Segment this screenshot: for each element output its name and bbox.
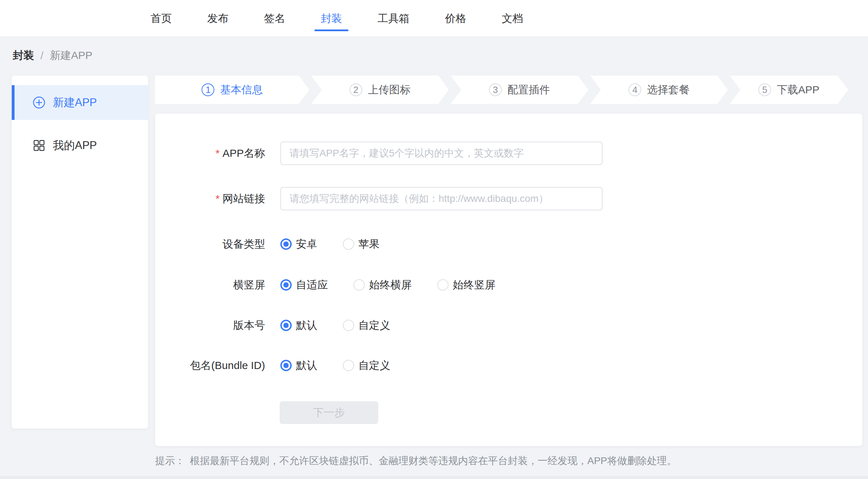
radio-option-bundle-custom[interactable]: 自定义 — [343, 358, 390, 373]
step-wizard: 1 基本信息 2 上传图标 3 配置插件 4 选择套餐 5 下载APP — [155, 76, 848, 104]
step-label: 基本信息 — [220, 83, 263, 97]
form-row-device-type: 设备类型 安卓 苹果 — [155, 236, 862, 252]
sidebar-item-my-apps[interactable]: 我的APP — [12, 128, 148, 163]
step-label: 配置插件 — [507, 83, 550, 97]
sidebar: 新建APP 我的APP — [12, 76, 148, 429]
field-label: *APP名称 — [155, 146, 265, 161]
nav-item-docs[interactable]: 文档 — [502, 11, 523, 26]
form-row-orientation: 横竖屏 自适应 始终横屏 始终竖屏 — [155, 277, 862, 293]
breadcrumb: 封装 / 新建APP — [13, 48, 92, 63]
step-download-app[interactable]: 5 下载APP — [730, 76, 848, 104]
footer-strip — [0, 476, 868, 479]
radio-unselected-icon[interactable] — [343, 320, 354, 331]
step-number: 1 — [202, 83, 214, 96]
top-header: 首页 发布 签名 封装 工具箱 价格 文档 — [0, 0, 868, 37]
radio-option-adaptive[interactable]: 自适应 — [280, 278, 328, 292]
hint-prefix: 提示： — [155, 454, 185, 468]
breadcrumb-root[interactable]: 封装 — [13, 48, 34, 63]
required-marker: * — [215, 193, 220, 204]
breadcrumb-separator: / — [40, 50, 43, 62]
plus-circle-icon — [33, 97, 45, 109]
step-label: 上传图标 — [368, 83, 411, 97]
radio-option-version-custom[interactable]: 自定义 — [343, 318, 390, 333]
step-number: 4 — [628, 83, 641, 96]
page: 首页 发布 签名 封装 工具箱 价格 文档 封装 / 新建APP 新建APP — [0, 0, 868, 479]
nav-item-publish[interactable]: 发布 — [207, 11, 229, 26]
form-row-app-name: *APP名称 — [155, 142, 862, 165]
radio-selected-icon[interactable] — [280, 360, 292, 371]
sidebar-item-label: 新建APP — [53, 95, 97, 110]
form-row-site-url: *网站链接 — [155, 187, 862, 210]
nav-item-sign[interactable]: 签名 — [264, 11, 285, 26]
step-number: 3 — [489, 83, 502, 96]
required-marker: * — [215, 147, 220, 159]
field-label: 设备类型 — [155, 237, 265, 252]
step-basic-info[interactable]: 1 基本信息 — [155, 76, 309, 104]
form-row-bundle-id: 包名(Bundle ID) 默认 自定义 — [155, 358, 862, 373]
radio-option-version-default[interactable]: 默认 — [280, 318, 317, 333]
nav-item-package[interactable]: 封装 — [321, 11, 342, 26]
field-label: 横竖屏 — [155, 278, 265, 292]
next-step-button[interactable]: 下一步 — [280, 401, 378, 424]
radio-option-always-portrait[interactable]: 始终竖屏 — [437, 278, 495, 292]
radio-selected-icon[interactable] — [280, 320, 292, 331]
main-nav: 首页 发布 签名 封装 工具箱 价格 文档 — [150, 0, 523, 37]
sidebar-item-label: 我的APP — [53, 138, 97, 153]
radio-option-android[interactable]: 安卓 — [280, 237, 317, 252]
field-label: 包名(Bundle ID) — [155, 358, 265, 373]
step-number: 5 — [758, 83, 771, 96]
site-url-input[interactable] — [280, 187, 603, 210]
nav-item-toolbox[interactable]: 工具箱 — [378, 11, 410, 26]
form-row-version: 版本号 默认 自定义 — [155, 318, 862, 333]
field-label: *网站链接 — [155, 192, 265, 206]
radio-unselected-icon[interactable] — [343, 238, 354, 250]
radio-selected-icon[interactable] — [280, 279, 292, 291]
step-label: 下载APP — [777, 83, 819, 97]
grid-icon — [33, 139, 45, 152]
radio-option-always-landscape[interactable]: 始终横屏 — [353, 278, 412, 292]
step-select-plan[interactable]: 4 选择套餐 — [590, 76, 728, 104]
active-indicator-bar — [12, 85, 15, 120]
platform-rules-hint: 提示： 根据最新平台规则，不允许区块链虚拟币、金融理财类等违规内容在平台封装，一… — [155, 454, 677, 468]
step-number: 2 — [350, 83, 362, 96]
breadcrumb-current: 新建APP — [50, 48, 92, 63]
app-name-input[interactable] — [280, 142, 603, 165]
radio-option-ios[interactable]: 苹果 — [343, 237, 380, 252]
hint-text: 根据最新平台规则，不允许区块链虚拟币、金融理财类等违规内容在平台封装，一经发现，… — [190, 454, 677, 468]
nav-item-price[interactable]: 价格 — [445, 11, 466, 26]
new-app-form: *APP名称 *网站链接 设备类型 安卓 — [155, 114, 862, 446]
field-label: 版本号 — [155, 318, 265, 333]
sidebar-item-new-app[interactable]: 新建APP — [12, 85, 148, 120]
step-label: 选择套餐 — [647, 83, 690, 97]
radio-unselected-icon[interactable] — [437, 279, 449, 291]
radio-selected-icon[interactable] — [280, 238, 292, 250]
nav-item-home[interactable]: 首页 — [150, 11, 172, 26]
step-configure-plugins[interactable]: 3 配置插件 — [451, 76, 588, 104]
radio-option-bundle-default[interactable]: 默认 — [280, 358, 317, 373]
step-upload-icon[interactable]: 2 上传图标 — [311, 76, 449, 104]
radio-unselected-icon[interactable] — [353, 279, 365, 291]
radio-unselected-icon[interactable] — [343, 360, 354, 371]
